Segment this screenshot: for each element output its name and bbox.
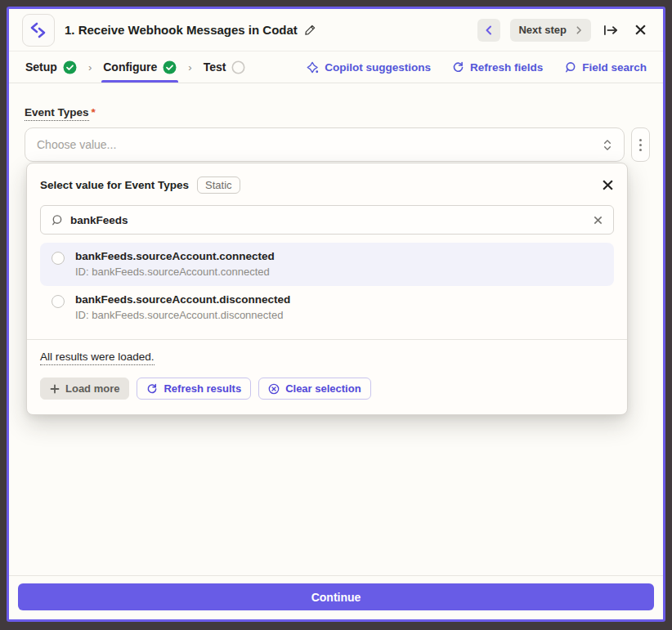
- step-footer: Continue: [9, 575, 663, 619]
- tab-setup-label: Setup: [25, 60, 57, 74]
- option-label: bankFeeds.sourceAccount.disconnected: [75, 293, 290, 306]
- tab-test[interactable]: Test: [204, 51, 246, 83]
- dot: [639, 144, 642, 146]
- event-types-label-text: Event Types: [25, 106, 89, 121]
- event-types-field-row: Choose value...: [25, 127, 650, 162]
- option-text: bankFeeds.sourceAccount.disconnected ID:…: [75, 293, 290, 321]
- step-editor-window: 1. Receive Webhook Messages in Codat Nex…: [7, 7, 665, 622]
- copilot-suggestions-label: Copilot suggestions: [325, 61, 431, 74]
- chevron-left-icon: [484, 25, 494, 35]
- option-id: ID: bankFeeds.sourceAccount.connected: [75, 266, 275, 278]
- edit-title-icon[interactable]: [304, 24, 316, 36]
- toolbar-links: Copilot suggestions Refresh fields Field…: [307, 61, 647, 74]
- setup-complete-icon: [63, 60, 77, 74]
- chevron-right-icon: [575, 26, 583, 34]
- refresh-icon: [146, 383, 158, 395]
- tab-configure-label: Configure: [103, 60, 157, 74]
- circle-x-icon: [268, 383, 280, 395]
- refresh-fields-label: Refresh fields: [470, 61, 543, 74]
- sparkle-icon: [307, 61, 319, 74]
- modal-search-input[interactable]: bankFeeds: [40, 205, 614, 235]
- option-text: bankFeeds.sourceAccount.connected ID: ba…: [75, 250, 275, 278]
- configure-form: Event Types * Choose value... Select val…: [9, 83, 663, 575]
- codat-logo-icon: [29, 21, 47, 39]
- search-icon: [51, 214, 63, 226]
- modal-header: Select value for Event Types Static: [40, 176, 614, 194]
- static-badge: Static: [197, 176, 240, 194]
- clear-search-icon[interactable]: [593, 215, 603, 226]
- modal-close-icon[interactable]: [602, 179, 614, 191]
- select-updown-chevron-icon: [603, 139, 612, 151]
- step-title: 1. Receive Webhook Messages in Codat: [65, 23, 298, 37]
- results-loaded-status: All results were loaded.: [40, 351, 155, 365]
- search-value: bankFeeds: [70, 214, 585, 226]
- option-bankfeeds-connected[interactable]: bankFeeds.sourceAccount.connected ID: ba…: [40, 243, 614, 286]
- refresh-fields-link[interactable]: Refresh fields: [452, 61, 543, 74]
- clear-selection-button[interactable]: Clear selection: [258, 378, 371, 400]
- field-search-label: Field search: [582, 61, 647, 74]
- event-types-label: Event Types *: [25, 106, 96, 121]
- close-icon[interactable]: [630, 20, 650, 40]
- open-side-panel-icon[interactable]: [601, 20, 620, 40]
- tab-configure[interactable]: Configure: [103, 51, 177, 83]
- step-tabbar: Setup › Configure › Test: [9, 51, 663, 83]
- refresh-results-label: Refresh results: [164, 382, 241, 395]
- event-types-select[interactable]: Choose value...: [25, 127, 625, 162]
- next-step-label: Next step: [518, 24, 567, 36]
- tab-setup[interactable]: Setup: [25, 51, 77, 83]
- plus-icon: [50, 384, 60, 394]
- copilot-suggestions-link[interactable]: Copilot suggestions: [307, 61, 431, 74]
- next-step-button[interactable]: Next step: [510, 19, 591, 42]
- load-more-label: Load more: [65, 382, 119, 395]
- tab-separator-chevron: ›: [77, 61, 103, 74]
- modal-title: Select value for Event Types: [40, 179, 189, 191]
- test-incomplete-icon: [231, 60, 245, 74]
- radio-unselected[interactable]: [52, 252, 65, 265]
- option-bankfeeds-disconnected[interactable]: bankFeeds.sourceAccount.disconnected ID:…: [40, 286, 614, 329]
- tab-separator-chevron: ›: [177, 61, 203, 74]
- previous-step-button[interactable]: [477, 19, 500, 42]
- select-placeholder: Choose value...: [37, 138, 603, 151]
- required-asterisk: *: [92, 106, 96, 121]
- step-header: 1. Receive Webhook Messages in Codat Nex…: [9, 9, 663, 51]
- select-value-modal: Select value for Event Types Static bank…: [26, 163, 628, 415]
- refresh-results-button[interactable]: Refresh results: [137, 378, 251, 400]
- step-title-row: 1. Receive Webhook Messages in Codat: [65, 23, 316, 37]
- field-options-menu-button[interactable]: [631, 127, 650, 162]
- option-list: bankFeeds.sourceAccount.connected ID: ba…: [40, 243, 614, 329]
- field-search-link[interactable]: Field search: [564, 61, 647, 74]
- continue-button[interactable]: Continue: [18, 583, 654, 610]
- search-icon: [564, 61, 576, 74]
- option-id: ID: bankFeeds.sourceAccount.disconnected: [75, 309, 290, 321]
- load-more-button[interactable]: Load more: [40, 378, 129, 400]
- option-label: bankFeeds.sourceAccount.connected: [75, 250, 275, 262]
- clear-selection-label: Clear selection: [285, 382, 361, 395]
- modal-divider: [27, 339, 627, 340]
- radio-unselected[interactable]: [52, 295, 65, 308]
- dot: [639, 139, 642, 141]
- codat-app-icon: [22, 14, 55, 47]
- configure-complete-icon: [163, 60, 177, 74]
- modal-footer-buttons: Load more Refresh results Clear sel: [40, 378, 614, 400]
- tab-test-label: Test: [204, 60, 226, 74]
- refresh-icon: [452, 61, 464, 74]
- dot: [639, 149, 642, 151]
